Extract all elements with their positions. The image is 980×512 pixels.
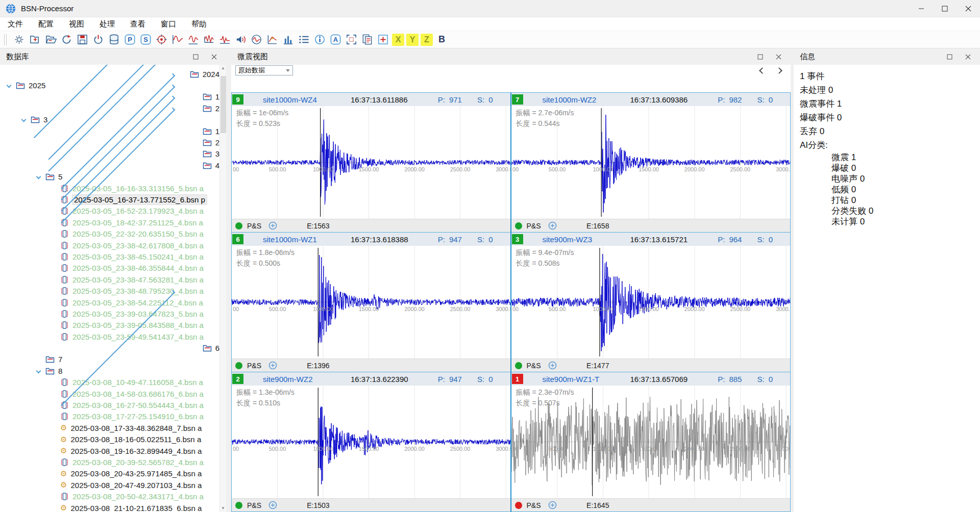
tree-file[interactable]: 2025-03-08_20-50-42.343171_4.bsn a xyxy=(0,491,219,502)
toolbar-waveform-1-icon[interactable] xyxy=(170,33,184,46)
info-panel-float-button[interactable] xyxy=(940,50,959,63)
toolbar-s-phase-icon[interactable]: S xyxy=(139,33,153,46)
tree-file[interactable]: 2025-03-08_20-39-52.565782_4.bsn a xyxy=(0,456,219,468)
menu-item-4[interactable]: 处理 xyxy=(92,17,122,31)
toolbar-waveform-4-icon[interactable] xyxy=(218,33,232,46)
tree-folder-1[interactable]: 1 xyxy=(0,91,219,103)
toolbar-chart-curve-icon[interactable] xyxy=(265,33,279,46)
ps-toggle[interactable]: P&S xyxy=(247,362,261,370)
database-panel-float-button[interactable] xyxy=(186,50,205,63)
menu-item-6[interactable]: 窗口 xyxy=(153,17,184,31)
toolbar-refresh-icon[interactable] xyxy=(60,33,74,46)
tree-folder-8[interactable]: 8 xyxy=(0,365,219,376)
tree-file[interactable]: ⚙2025-03-08_17-33-48.362848_7.bsn a xyxy=(0,422,219,433)
waveform-chart[interactable]: 00500.001000.001500.002000.002500.003000… xyxy=(511,246,791,359)
collapse-icon[interactable] xyxy=(7,83,12,88)
tree-file[interactable]: 2025-03-05_23-38-42.617808_4.bsn a xyxy=(0,240,219,251)
close-button[interactable] xyxy=(957,0,980,17)
tree-file[interactable]: 2025-03-05_23-38-48.795230_4.bsn a xyxy=(0,285,219,296)
toolbar-p-phase-icon[interactable]: P xyxy=(123,33,137,46)
toolbar-waveform-2-icon[interactable] xyxy=(186,33,200,46)
tree-folder-3[interactable]: 3 xyxy=(0,114,219,125)
tree-file[interactable]: ⚙2025-03-08_19-16-32.899449_4.bsn a xyxy=(0,445,219,456)
site-name[interactable]: site1000m-WZ4 xyxy=(263,95,340,104)
toolbar-add-pick-icon[interactable] xyxy=(376,33,390,46)
scrollbar-thumb[interactable] xyxy=(220,76,226,133)
ps-toggle[interactable]: P&S xyxy=(247,222,261,230)
toolbar-alarm-icon[interactable] xyxy=(234,33,248,46)
toolbar-open-data-icon[interactable] xyxy=(44,33,58,46)
collapse-icon[interactable] xyxy=(21,117,27,122)
tree-folder-2025[interactable]: 2025 xyxy=(0,80,219,91)
tree-file[interactable]: 2025-03-05_23-38-45.150241_4.bsn a xyxy=(0,251,219,262)
tree-file[interactable]: 2025-03-08_17-27-25.154910_6.bsn a xyxy=(0,411,219,422)
toolbar-bold-b-button[interactable]: B xyxy=(435,33,449,46)
toolbar-info-icon[interactable] xyxy=(313,33,327,46)
tree-file[interactable]: 2025-03-05_23-38-46.355844_4.bsn a xyxy=(0,263,219,274)
toolbar-report-icon[interactable] xyxy=(360,33,374,46)
toolbar-component-y-button[interactable]: Y xyxy=(406,34,419,46)
tree-file[interactable]: 2025-03-05_16-52-23.179923_4.bsn a xyxy=(0,206,219,217)
zoom-in-icon[interactable] xyxy=(268,221,277,230)
menu-item-3[interactable]: 视图 xyxy=(61,17,92,31)
toolbar-save-icon[interactable] xyxy=(76,33,89,46)
collapse-icon[interactable] xyxy=(36,174,41,180)
minimize-button[interactable] xyxy=(910,0,933,17)
menu-item-7[interactable]: 帮助 xyxy=(184,17,214,31)
tree-folder-2024[interactable]: 2024 xyxy=(0,68,219,80)
maximize-button[interactable] xyxy=(933,0,957,17)
scroll-down-icon[interactable]: ▼ xyxy=(220,505,226,512)
toolbar-settings-icon[interactable] xyxy=(12,33,26,46)
tree-file[interactable]: 2025-03-05_16-16-33.313156_5.bsn a xyxy=(0,183,219,194)
ps-toggle[interactable]: P&S xyxy=(527,501,541,509)
site-name[interactable]: site1000m-WZ2 xyxy=(543,95,620,104)
tree-folder-6[interactable]: 6 xyxy=(0,342,219,353)
ps-toggle[interactable]: P&S xyxy=(527,222,541,230)
toolbar-power-icon[interactable] xyxy=(91,33,105,46)
ps-toggle[interactable]: P&S xyxy=(247,501,261,509)
menu-item-1[interactable]: 文件 xyxy=(0,17,31,31)
tree-file[interactable]: 2025-03-05_23-38-54.225112_4.bsn a xyxy=(0,297,219,308)
waveform-chart[interactable]: 00500.001000.001500.002000.002500.003000… xyxy=(232,106,510,219)
waveform-chart[interactable]: 00500.001000.001500.002000.002500.003000… xyxy=(232,246,510,359)
zoom-in-icon[interactable] xyxy=(548,361,557,370)
ps-toggle[interactable]: P&S xyxy=(527,362,541,370)
panel-splitter-left[interactable] xyxy=(226,48,231,512)
tree-scrollbar[interactable]: ▲ ▼ xyxy=(219,65,226,512)
site-name[interactable]: site900m-WZ2 xyxy=(263,375,340,383)
tree-file[interactable]: ⚙2025-03-08_20-43-25.971485_4.bsn a xyxy=(0,468,219,479)
tree-file[interactable]: 2025-03-05_23-39-05.843588_4.bsn a xyxy=(0,320,219,331)
prev-event-button[interactable] xyxy=(759,67,766,74)
tree-file[interactable]: 2025-03-05_23-38-47.563281_4.bsn a xyxy=(0,274,219,285)
site-name[interactable]: site900m-WZ3 xyxy=(543,235,620,244)
scroll-up-icon[interactable]: ▲ xyxy=(220,65,226,72)
toolbar-locate-icon[interactable] xyxy=(155,33,168,46)
site-name[interactable]: site900m-WZ1-T xyxy=(543,375,620,383)
zoom-in-icon[interactable] xyxy=(268,501,277,509)
zoom-in-icon[interactable] xyxy=(548,221,557,230)
tree-folder-2[interactable]: 2 xyxy=(0,103,219,114)
toolbar-add-data-icon[interactable] xyxy=(28,33,42,46)
toolbar-waveform-3-icon[interactable] xyxy=(202,33,216,46)
waveform-chart[interactable]: 00500.001000.001500.002000.002500.003000… xyxy=(232,386,510,498)
toolbar-spectrum-icon[interactable] xyxy=(250,33,263,46)
tree-file[interactable]: 2025-03-08_16-27-50.554443_4.bsn a xyxy=(0,399,219,411)
menu-item-5[interactable]: 查看 xyxy=(122,17,153,31)
tree-file[interactable]: 2025-03-08_14-58-03.686176_6.bsn a xyxy=(0,388,219,399)
data-type-dropdown[interactable]: 原始数据 xyxy=(235,65,293,75)
tree-file[interactable]: 2025-03-05_16-37-13.771552_6.bsn p xyxy=(0,194,219,205)
site-name[interactable]: site1000m-WZ1 xyxy=(263,235,340,244)
menu-item-2[interactable]: 配置 xyxy=(31,17,61,31)
tree-file[interactable]: ⚙2025-03-08_18-16-05.022511_6.bsn a xyxy=(0,434,219,445)
toolbar-component-x-button[interactable]: X xyxy=(392,34,404,46)
next-event-button[interactable] xyxy=(776,67,782,74)
tree-file[interactable]: 2025-03-08_10-49-47.116058_4.bsn a xyxy=(0,377,219,388)
toolbar-histogram-icon[interactable] xyxy=(281,33,295,46)
zoom-in-icon[interactable] xyxy=(268,361,277,370)
collapse-icon[interactable] xyxy=(36,368,41,373)
tree-file[interactable]: 2025-03-05_23-39-03.647823_5.bsn a xyxy=(0,308,219,319)
info-panel-close-button[interactable] xyxy=(959,50,977,63)
toolbar-region-select-icon[interactable] xyxy=(345,33,358,46)
tree-file[interactable]: ⚙2025-03-08_21-10-21.671835_6.bsn a xyxy=(0,502,219,512)
waveform-chart[interactable]: 00500.001000.001500.002000.002500.003000… xyxy=(511,106,791,219)
